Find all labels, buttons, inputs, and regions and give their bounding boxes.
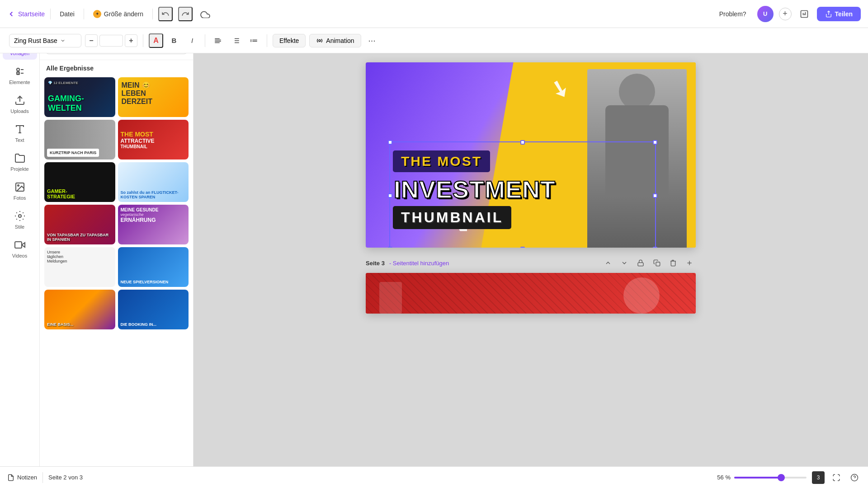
page-lock-button[interactable]: [634, 257, 647, 269]
svg-point-26: [18, 185, 19, 186]
template-flug[interactable]: So zahlst du an FLUGTICKET-KOSTEN SPAREN: [118, 162, 189, 202]
page-label-number: Seite 3: [366, 260, 385, 267]
formatting-bar: Zing Rust Base − 99,7 + A B I: [0, 28, 868, 53]
divider-3: [152, 9, 153, 19]
sidebar-item-uploads[interactable]: Uploads: [3, 90, 37, 117]
notes-icon: [7, 474, 14, 481]
font-family-label: Zing Rust Base: [14, 37, 57, 44]
align-left-button[interactable]: [211, 33, 225, 48]
page-add-title[interactable]: - Seitentitel hinzufügen: [389, 260, 449, 267]
sidebar-item-stile[interactable]: Stile: [3, 206, 37, 233]
text-color-button[interactable]: A: [149, 33, 163, 48]
results-label: Alle Ergebnisse: [40, 60, 193, 75]
more-options-button[interactable]: ···: [365, 33, 379, 48]
sidebar-item-fotos[interactable]: Fotos: [3, 177, 37, 204]
page-copy-button[interactable]: [651, 257, 663, 269]
file-menu[interactable]: Datei: [56, 9, 78, 19]
uploads-label: Uploads: [10, 108, 28, 114]
template-mein[interactable]: MEIN 😊 LEBEN DERZEIT: [118, 77, 189, 117]
effects-label: Effekte: [279, 37, 299, 44]
template-gamer[interactable]: GAMER-STRATEGIE: [44, 162, 115, 202]
elemente-label: Elemente: [9, 80, 30, 85]
svg-point-27: [19, 215, 21, 217]
share-button[interactable]: Teilen: [817, 7, 861, 21]
font-size-control: − 99,7 +: [85, 34, 137, 47]
template-gaming[interactable]: 💎 12 ELEMENTE GAMING-WELTEN: [44, 77, 115, 117]
text-thumbnail: THUMBNAIL: [401, 209, 503, 225]
svg-rect-35: [638, 263, 643, 266]
font-size-decrease[interactable]: −: [85, 34, 98, 47]
stile-icon: [14, 210, 26, 222]
list-button[interactable]: [229, 33, 243, 48]
template-ernahrung[interactable]: MEINE GESUNDE vegetarische ERNÄHRUNG: [118, 205, 189, 244]
home-label: Startseite: [18, 10, 45, 18]
canvas-page-3-preview[interactable]: [366, 273, 696, 314]
text-icon: [14, 123, 26, 136]
italic-button[interactable]: I: [185, 33, 199, 48]
text-the-most: THE MOST: [401, 154, 482, 169]
divider-2: [84, 9, 84, 19]
template-panel: Alle Ergebnisse 💎 12 ELEMENTE GAMING-WEL…: [40, 28, 193, 488]
font-family-select[interactable]: Zing Rust Base: [9, 34, 81, 47]
template-spiel[interactable]: NEUE SPIELVERSIONEN: [118, 247, 189, 287]
page-delete-button[interactable]: [667, 257, 679, 269]
font-size-input[interactable]: 99,7: [99, 35, 123, 47]
size-change-button[interactable]: ✦ Größe ändern: [90, 8, 147, 20]
text-investment: INVESTMENT: [394, 176, 556, 203]
person-image: [587, 69, 687, 248]
share-label: Teilen: [835, 10, 853, 18]
problem-button[interactable]: Problem?: [714, 8, 752, 20]
template-tapas[interactable]: VON TAPASBAR ZU TAPASBAR IN SPANIEN: [44, 205, 115, 244]
page-collapse-button[interactable]: [618, 257, 631, 269]
effects-button[interactable]: Effekte: [273, 34, 306, 47]
notes-button[interactable]: Notizen: [7, 474, 37, 481]
uploads-icon: [14, 94, 26, 107]
page-3-separator: Seite 3 - Seitentitel hinzufügen: [366, 253, 696, 273]
template-attractive[interactable]: THE MOST ATTRACTIVE THUMBNAIL: [118, 120, 189, 160]
redo-button[interactable]: [178, 7, 193, 21]
template-kurztrip[interactable]: KURZTRIP NACH PARIS: [44, 120, 115, 160]
help-button[interactable]: [848, 471, 861, 484]
animation-button[interactable]: Animation: [309, 34, 361, 47]
left-sidebar: Vorlagen Elemente Uploads: [0, 28, 40, 488]
bold-button[interactable]: B: [167, 33, 181, 48]
elemente-icon: [14, 65, 26, 78]
canvas-wrapper: ➘ ↗ THE MOST INVESTMENT THUMBNAIL: [366, 62, 696, 314]
sep-3: [267, 34, 267, 47]
svg-point-15: [319, 40, 321, 42]
template-meldungen[interactable]: UnseretäglichenMeldungen: [44, 247, 115, 287]
zoom-slider-track[interactable]: [734, 477, 807, 479]
analytics-button[interactable]: [797, 7, 811, 21]
coin-icon: ✦: [93, 10, 101, 18]
sidebar-item-projekte[interactable]: Projekte: [3, 148, 37, 175]
template-eine[interactable]: EINE BASIS...: [44, 290, 115, 329]
sep-1: [143, 34, 143, 47]
zoom-slider-thumb[interactable]: [778, 474, 785, 481]
text-color-indicator: A: [153, 37, 159, 45]
page-add-after-button[interactable]: [683, 257, 696, 269]
sidebar-item-text[interactable]: Text: [3, 119, 37, 146]
page-expand-button[interactable]: [602, 257, 614, 269]
zoom-label: 56 %: [708, 474, 731, 481]
page-controls: [602, 257, 696, 269]
canvas-page-2[interactable]: ➘ ↗ THE MOST INVESTMENT THUMBNAIL: [366, 62, 696, 248]
save-cloud-icon[interactable]: [198, 7, 212, 21]
add-user-button[interactable]: +: [779, 8, 792, 20]
page-count-badge[interactable]: 3: [812, 471, 825, 484]
svg-rect-36: [656, 262, 660, 266]
stile-label: Stile: [15, 224, 24, 230]
animation-label: Animation: [326, 37, 354, 44]
hide-panel-button[interactable]: ‹: [193, 249, 193, 267]
sidebar-item-elemente[interactable]: Elemente: [3, 61, 37, 89]
user-avatar[interactable]: U: [757, 6, 774, 22]
videos-icon: [14, 239, 26, 251]
home-button[interactable]: Startseite: [7, 10, 45, 18]
spacing-button[interactable]: [247, 33, 261, 48]
font-size-increase[interactable]: +: [125, 34, 137, 47]
fullscreen-button[interactable]: [830, 471, 843, 484]
page-label-bar: Seite 3 - Seitentitel hinzufügen: [366, 253, 696, 273]
canvas-text-group[interactable]: THE MOST INVESTMENT THUMBNAIL: [393, 150, 557, 229]
undo-button[interactable]: [158, 7, 173, 21]
sidebar-item-videos[interactable]: Videos: [3, 235, 37, 262]
template-booking[interactable]: DIE BOOKING IN...: [118, 290, 189, 329]
